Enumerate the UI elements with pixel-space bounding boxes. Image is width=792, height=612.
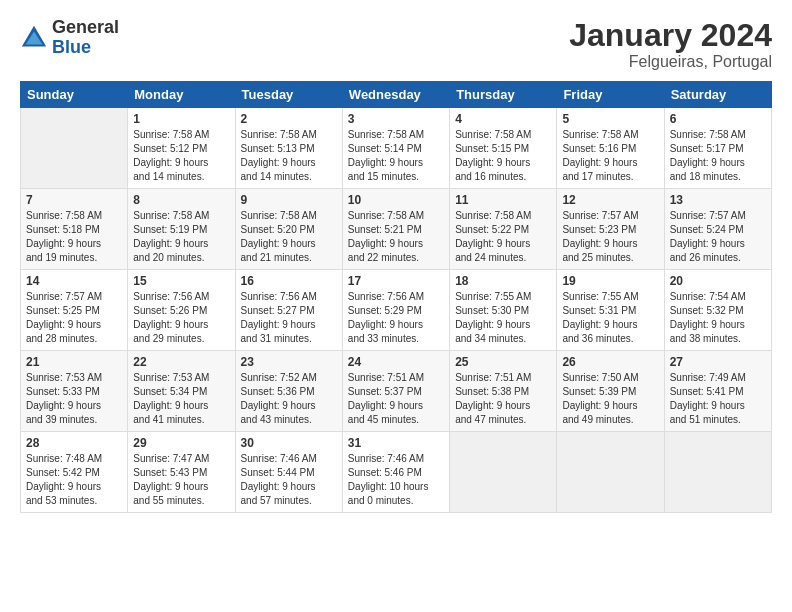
day-cell: 29Sunrise: 7:47 AMSunset: 5:43 PMDayligh… [128, 432, 235, 513]
day-cell: 17Sunrise: 7:56 AMSunset: 5:29 PMDayligh… [342, 270, 449, 351]
day-cell: 22Sunrise: 7:53 AMSunset: 5:34 PMDayligh… [128, 351, 235, 432]
header-thursday: Thursday [450, 82, 557, 108]
day-info: Sunrise: 7:58 AMSunset: 5:20 PMDaylight:… [241, 210, 317, 263]
day-info: Sunrise: 7:49 AMSunset: 5:41 PMDaylight:… [670, 372, 746, 425]
day-cell [557, 432, 664, 513]
day-cell: 19Sunrise: 7:55 AMSunset: 5:31 PMDayligh… [557, 270, 664, 351]
logo: General Blue [20, 18, 119, 58]
day-number: 27 [670, 355, 766, 369]
week-row-2: 7Sunrise: 7:58 AMSunset: 5:18 PMDaylight… [21, 189, 772, 270]
day-cell: 21Sunrise: 7:53 AMSunset: 5:33 PMDayligh… [21, 351, 128, 432]
month-title: January 2024 [569, 18, 772, 53]
day-info: Sunrise: 7:56 AMSunset: 5:29 PMDaylight:… [348, 291, 424, 344]
day-number: 19 [562, 274, 658, 288]
day-info: Sunrise: 7:52 AMSunset: 5:36 PMDaylight:… [241, 372, 317, 425]
day-info: Sunrise: 7:58 AMSunset: 5:18 PMDaylight:… [26, 210, 102, 263]
week-row-1: 1Sunrise: 7:58 AMSunset: 5:12 PMDaylight… [21, 108, 772, 189]
day-number: 7 [26, 193, 122, 207]
calendar-body: 1Sunrise: 7:58 AMSunset: 5:12 PMDaylight… [21, 108, 772, 513]
day-info: Sunrise: 7:56 AMSunset: 5:27 PMDaylight:… [241, 291, 317, 344]
day-number: 20 [670, 274, 766, 288]
week-row-4: 21Sunrise: 7:53 AMSunset: 5:33 PMDayligh… [21, 351, 772, 432]
location-subtitle: Felgueiras, Portugal [569, 53, 772, 71]
day-cell: 31Sunrise: 7:46 AMSunset: 5:46 PMDayligh… [342, 432, 449, 513]
day-cell: 8Sunrise: 7:58 AMSunset: 5:19 PMDaylight… [128, 189, 235, 270]
day-number: 26 [562, 355, 658, 369]
day-cell: 13Sunrise: 7:57 AMSunset: 5:24 PMDayligh… [664, 189, 771, 270]
title-block: January 2024 Felgueiras, Portugal [569, 18, 772, 71]
day-info: Sunrise: 7:56 AMSunset: 5:26 PMDaylight:… [133, 291, 209, 344]
day-cell: 11Sunrise: 7:58 AMSunset: 5:22 PMDayligh… [450, 189, 557, 270]
day-cell: 1Sunrise: 7:58 AMSunset: 5:12 PMDaylight… [128, 108, 235, 189]
day-info: Sunrise: 7:57 AMSunset: 5:25 PMDaylight:… [26, 291, 102, 344]
day-cell: 9Sunrise: 7:58 AMSunset: 5:20 PMDaylight… [235, 189, 342, 270]
day-number: 29 [133, 436, 229, 450]
day-cell: 10Sunrise: 7:58 AMSunset: 5:21 PMDayligh… [342, 189, 449, 270]
page-container: General Blue January 2024 Felgueiras, Po… [0, 0, 792, 523]
header-monday: Monday [128, 82, 235, 108]
day-cell: 26Sunrise: 7:50 AMSunset: 5:39 PMDayligh… [557, 351, 664, 432]
week-row-3: 14Sunrise: 7:57 AMSunset: 5:25 PMDayligh… [21, 270, 772, 351]
day-cell [21, 108, 128, 189]
day-info: Sunrise: 7:48 AMSunset: 5:42 PMDaylight:… [26, 453, 102, 506]
day-cell: 20Sunrise: 7:54 AMSunset: 5:32 PMDayligh… [664, 270, 771, 351]
day-info: Sunrise: 7:53 AMSunset: 5:33 PMDaylight:… [26, 372, 102, 425]
day-number: 16 [241, 274, 337, 288]
header-sunday: Sunday [21, 82, 128, 108]
day-number: 25 [455, 355, 551, 369]
header-wednesday: Wednesday [342, 82, 449, 108]
day-cell: 6Sunrise: 7:58 AMSunset: 5:17 PMDaylight… [664, 108, 771, 189]
day-number: 17 [348, 274, 444, 288]
day-info: Sunrise: 7:58 AMSunset: 5:19 PMDaylight:… [133, 210, 209, 263]
header-saturday: Saturday [664, 82, 771, 108]
day-info: Sunrise: 7:55 AMSunset: 5:31 PMDaylight:… [562, 291, 638, 344]
day-number: 12 [562, 193, 658, 207]
logo-general-text: General [52, 18, 119, 38]
day-info: Sunrise: 7:58 AMSunset: 5:12 PMDaylight:… [133, 129, 209, 182]
day-info: Sunrise: 7:57 AMSunset: 5:24 PMDaylight:… [670, 210, 746, 263]
header-row: Sunday Monday Tuesday Wednesday Thursday… [21, 82, 772, 108]
day-number: 18 [455, 274, 551, 288]
day-info: Sunrise: 7:47 AMSunset: 5:43 PMDaylight:… [133, 453, 209, 506]
day-number: 4 [455, 112, 551, 126]
day-info: Sunrise: 7:51 AMSunset: 5:37 PMDaylight:… [348, 372, 424, 425]
calendar-header: Sunday Monday Tuesday Wednesday Thursday… [21, 82, 772, 108]
day-info: Sunrise: 7:46 AMSunset: 5:46 PMDaylight:… [348, 453, 429, 506]
day-number: 31 [348, 436, 444, 450]
day-cell [664, 432, 771, 513]
day-cell: 27Sunrise: 7:49 AMSunset: 5:41 PMDayligh… [664, 351, 771, 432]
day-number: 6 [670, 112, 766, 126]
day-info: Sunrise: 7:58 AMSunset: 5:22 PMDaylight:… [455, 210, 531, 263]
day-number: 13 [670, 193, 766, 207]
day-info: Sunrise: 7:51 AMSunset: 5:38 PMDaylight:… [455, 372, 531, 425]
day-cell: 12Sunrise: 7:57 AMSunset: 5:23 PMDayligh… [557, 189, 664, 270]
day-info: Sunrise: 7:57 AMSunset: 5:23 PMDaylight:… [562, 210, 638, 263]
day-cell: 23Sunrise: 7:52 AMSunset: 5:36 PMDayligh… [235, 351, 342, 432]
header: General Blue January 2024 Felgueiras, Po… [20, 18, 772, 71]
day-info: Sunrise: 7:50 AMSunset: 5:39 PMDaylight:… [562, 372, 638, 425]
day-info: Sunrise: 7:58 AMSunset: 5:17 PMDaylight:… [670, 129, 746, 182]
day-number: 3 [348, 112, 444, 126]
day-info: Sunrise: 7:58 AMSunset: 5:21 PMDaylight:… [348, 210, 424, 263]
day-number: 28 [26, 436, 122, 450]
logo-blue-text: Blue [52, 38, 119, 58]
day-number: 21 [26, 355, 122, 369]
day-cell: 7Sunrise: 7:58 AMSunset: 5:18 PMDaylight… [21, 189, 128, 270]
day-cell: 24Sunrise: 7:51 AMSunset: 5:37 PMDayligh… [342, 351, 449, 432]
day-number: 1 [133, 112, 229, 126]
day-number: 11 [455, 193, 551, 207]
day-cell: 3Sunrise: 7:58 AMSunset: 5:14 PMDaylight… [342, 108, 449, 189]
day-number: 9 [241, 193, 337, 207]
day-number: 5 [562, 112, 658, 126]
day-cell: 25Sunrise: 7:51 AMSunset: 5:38 PMDayligh… [450, 351, 557, 432]
day-cell: 4Sunrise: 7:58 AMSunset: 5:15 PMDaylight… [450, 108, 557, 189]
day-info: Sunrise: 7:58 AMSunset: 5:15 PMDaylight:… [455, 129, 531, 182]
day-number: 10 [348, 193, 444, 207]
day-info: Sunrise: 7:53 AMSunset: 5:34 PMDaylight:… [133, 372, 209, 425]
day-cell: 2Sunrise: 7:58 AMSunset: 5:13 PMDaylight… [235, 108, 342, 189]
logo-text: General Blue [52, 18, 119, 58]
logo-icon [20, 24, 48, 52]
day-cell: 30Sunrise: 7:46 AMSunset: 5:44 PMDayligh… [235, 432, 342, 513]
header-friday: Friday [557, 82, 664, 108]
week-row-5: 28Sunrise: 7:48 AMSunset: 5:42 PMDayligh… [21, 432, 772, 513]
